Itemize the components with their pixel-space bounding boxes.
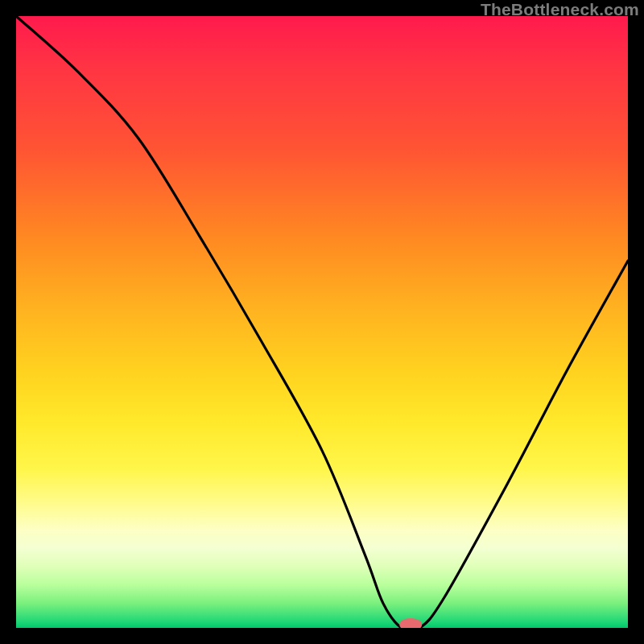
chart-frame: TheBottleneck.com [0, 0, 644, 644]
optimal-point-marker [399, 618, 422, 628]
plot-area [16, 16, 628, 628]
bottleneck-curve-path [16, 16, 628, 628]
curve-overlay [16, 16, 628, 628]
